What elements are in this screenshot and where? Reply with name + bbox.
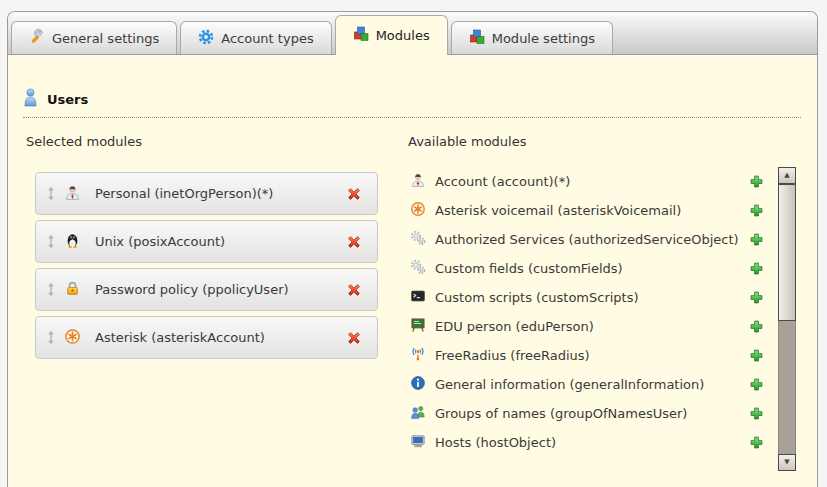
lock-icon <box>64 280 81 300</box>
available-module-custom-scripts: Custom scripts (customScripts) <box>408 283 772 312</box>
config-panel: General settings Account types Modules M… <box>7 11 818 487</box>
module-label: Asterisk voicemail (asteriskVoicemail) <box>435 203 681 218</box>
unix-icon <box>64 232 81 252</box>
selected-modules-heading: Selected modules <box>26 134 398 149</box>
computer-icon <box>410 433 426 452</box>
modules-icon <box>353 26 369 45</box>
tab-label: General settings <box>52 31 159 46</box>
add-module-button[interactable] <box>749 203 764 218</box>
add-module-button[interactable] <box>749 261 764 276</box>
gears-icon <box>410 259 426 278</box>
selected-module-password-policy[interactable]: Password policy (ppolicyUser) <box>35 268 378 311</box>
add-module-button[interactable] <box>749 174 764 189</box>
tab-bar: General settings Account types Modules M… <box>8 12 817 55</box>
tab-account-types[interactable]: Account types <box>180 21 331 54</box>
selected-module-unix[interactable]: Unix (posixAccount) <box>35 220 378 263</box>
available-module-freeradius: FreeRadius (freeRadius) <box>408 341 772 370</box>
available-module-groups-of-names: Groups of names (groupOfNamesUser) <box>408 399 772 428</box>
remove-module-button[interactable] <box>345 281 363 299</box>
scrollbar-thumb[interactable] <box>778 184 796 321</box>
add-module-button[interactable] <box>749 232 764 247</box>
available-module-custom-fields: Custom fields (customFields) <box>408 254 772 283</box>
module-label: General information (generalInformation) <box>435 377 704 392</box>
add-module-button[interactable] <box>749 348 764 363</box>
asterisk-icon <box>410 201 426 220</box>
users-section-header: Users <box>23 88 801 118</box>
available-module-hosts: Hosts (hostObject) <box>408 428 772 457</box>
account-icon <box>410 172 426 191</box>
wrench-icon <box>29 29 45 48</box>
gear-icon <box>198 29 214 48</box>
add-module-button[interactable] <box>749 406 764 421</box>
available-module-general-information: General information (generalInformation) <box>408 370 772 399</box>
remove-module-button[interactable] <box>345 329 363 347</box>
add-module-button[interactable] <box>749 377 764 392</box>
gears-icon <box>410 230 426 249</box>
add-module-button[interactable] <box>749 435 764 450</box>
available-module-edu-person: EDU person (eduPerson) <box>408 312 772 341</box>
module-label: Asterisk (asteriskAccount) <box>95 330 265 345</box>
asterisk-icon <box>64 328 81 348</box>
groups-icon <box>410 404 426 423</box>
tab-label: Module settings <box>492 31 595 46</box>
module-label: Groups of names (groupOfNamesUser) <box>435 406 687 421</box>
available-module-account: Account (account)(*) <box>408 167 772 196</box>
section-title: Users <box>47 92 88 107</box>
add-module-button[interactable] <box>749 319 764 334</box>
available-modules-scrollbar[interactable]: ▲ ▼ <box>778 167 796 471</box>
module-label: Authorized Services (authorizedServiceOb… <box>435 232 739 247</box>
user-pawn-icon <box>23 88 38 110</box>
drag-handle-icon[interactable] <box>46 330 56 345</box>
scroll-up-button[interactable]: ▲ <box>778 167 796 184</box>
selected-module-personal[interactable]: Personal (inetOrgPerson)(*) <box>35 172 378 215</box>
scroll-down-button[interactable]: ▼ <box>778 454 796 471</box>
remove-module-button[interactable] <box>345 185 363 203</box>
module-label: FreeRadius (freeRadius) <box>435 348 590 363</box>
module-label: Password policy (ppolicyUser) <box>95 282 289 297</box>
selected-module-asterisk[interactable]: Asterisk (asteriskAccount) <box>35 316 378 359</box>
drag-handle-icon[interactable] <box>46 282 56 297</box>
tab-label: Modules <box>376 28 430 43</box>
tab-modules[interactable]: Modules <box>335 15 448 55</box>
tab-label: Account types <box>221 31 313 46</box>
selected-modules-list: Personal (inetOrgPerson)(*) Unix (posixA… <box>35 172 398 359</box>
chalkboard-icon <box>410 317 426 336</box>
module-label: Custom scripts (customScripts) <box>435 290 639 305</box>
available-module-authorized-services: Authorized Services (authorizedServiceOb… <box>408 225 772 254</box>
modules-icon <box>469 29 485 48</box>
antenna-icon <box>410 346 426 365</box>
personal-icon <box>64 184 81 204</box>
add-module-button[interactable] <box>749 290 764 305</box>
module-label: EDU person (eduPerson) <box>435 319 594 334</box>
module-label: Custom fields (customFields) <box>435 261 623 276</box>
terminal-icon <box>410 288 426 307</box>
drag-handle-icon[interactable] <box>46 234 56 249</box>
available-modules-heading: Available modules <box>408 134 817 149</box>
module-label: Personal (inetOrgPerson)(*) <box>95 186 273 201</box>
available-module-asterisk-voicemail: Asterisk voicemail (asteriskVoicemail) <box>408 196 772 225</box>
module-label: Unix (posixAccount) <box>95 234 225 249</box>
drag-handle-icon[interactable] <box>46 186 56 201</box>
available-modules-list: Account (account)(*) Asterisk voicemail … <box>408 167 772 471</box>
info-icon <box>410 375 426 394</box>
tab-module-settings[interactable]: Module settings <box>451 21 613 54</box>
module-label: Account (account)(*) <box>435 174 570 189</box>
remove-module-button[interactable] <box>345 233 363 251</box>
module-label: Hosts (hostObject) <box>435 435 556 450</box>
tab-general-settings[interactable]: General settings <box>11 21 177 54</box>
scrollbar-track[interactable] <box>778 321 796 454</box>
